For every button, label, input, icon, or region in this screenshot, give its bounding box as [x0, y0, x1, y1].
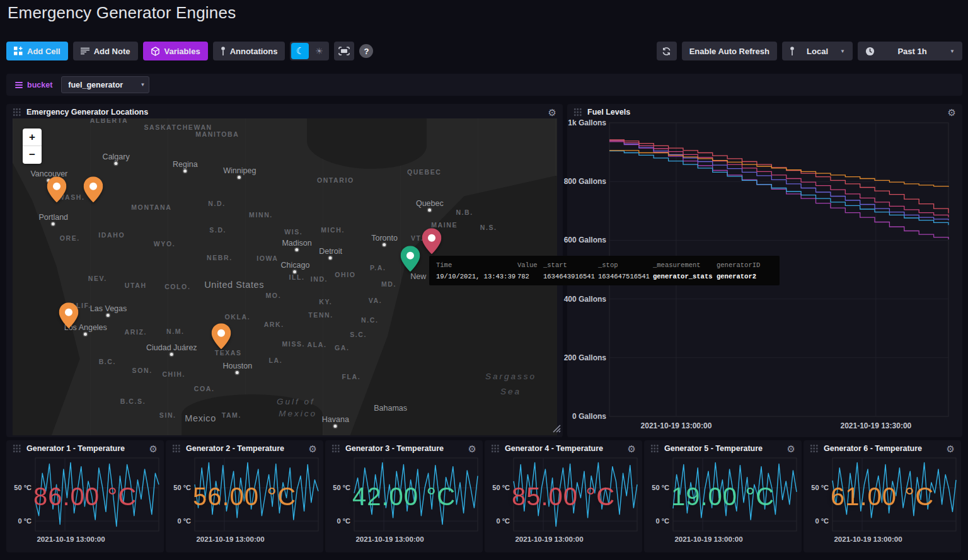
- map-label: ARK.: [264, 321, 284, 328]
- map-marker-generator5[interactable]: [59, 302, 78, 331]
- light-mode-button[interactable]: ☀: [310, 43, 328, 59]
- map-label: Regina: [173, 160, 198, 169]
- drag-handle-icon[interactable]: [13, 444, 21, 453]
- drag-handle-icon[interactable]: [810, 444, 818, 453]
- map-marker-generator4[interactable]: [83, 176, 103, 205]
- map-label: TAM.: [222, 411, 241, 419]
- generator-panel-title: Generator 3 - Temperature: [345, 444, 444, 453]
- sun-icon: ☀: [315, 46, 323, 56]
- tooltip-value: 782: [517, 273, 543, 280]
- toolbar-right: Enable Auto Refresh Local ▼ Past 1h ▼: [657, 42, 962, 60]
- generator-panel-header: Generator 5 - Temperature ⚙: [644, 440, 802, 457]
- fuel-y-tick: 1k Gallons: [550, 118, 606, 127]
- map-panel-title: Emergency Generator Locations: [26, 108, 148, 117]
- timezone-dropdown[interactable]: Local ▼: [782, 42, 853, 60]
- map-label: Las Vegas: [90, 304, 127, 313]
- map-label: Calgary: [103, 152, 130, 161]
- map-label: Quebec: [416, 199, 444, 208]
- generator-panel-header: Generator 6 - Temperature ⚙: [804, 440, 961, 457]
- fuel-x-tick: 2021-10-19 13:00:00: [641, 421, 712, 430]
- map-label: N.D.: [208, 200, 225, 207]
- map-label: S.C.: [350, 331, 367, 338]
- resize-handle[interactable]: [551, 423, 561, 435]
- temperature-y-tick: 50 °C: [485, 484, 510, 491]
- fuel-panel-title: Fuel Levels: [587, 108, 630, 117]
- drag-handle-icon[interactable]: [331, 444, 340, 453]
- tooltip-value: 1634643916541: [543, 273, 598, 280]
- bucket-value-dropdown[interactable]: fuel_generator ▼: [61, 76, 149, 93]
- gear-icon[interactable]: ⚙: [628, 444, 636, 454]
- x-axis-label: 2021-10-19 13:00:00: [355, 535, 424, 543]
- drag-handle-icon[interactable]: [491, 444, 499, 453]
- map-label: Houston: [223, 362, 253, 370]
- map-label: OHIO: [335, 271, 355, 278]
- gear-icon[interactable]: ⚙: [468, 444, 476, 454]
- tooltip-header: _start: [543, 261, 598, 269]
- tooltip-value: generator2: [717, 273, 773, 280]
- temperature-y-tick: 0 °C: [166, 517, 191, 525]
- temperature-y-tick: 50 °C: [804, 484, 829, 491]
- fuel-y-tick: 800 Gallons: [550, 177, 606, 186]
- temperature-stat-value: 61.00 °C: [831, 483, 934, 511]
- toolbar: Add Cell Add Note Variables Annotations …: [6, 42, 962, 60]
- theme-toggle: ☾ ☀: [290, 42, 329, 60]
- temperature-y-tick: 50 °C: [325, 484, 350, 491]
- page-title: Emergency Generator Engines: [8, 3, 236, 23]
- map-zoom-control: + −: [23, 129, 42, 164]
- map-label: ILL.: [289, 273, 304, 281]
- map-label: N.B.: [456, 209, 473, 216]
- drag-handle-icon[interactable]: [13, 108, 21, 117]
- chevron-down-icon: ▼: [950, 49, 955, 54]
- presentation-mode-button[interactable]: [334, 42, 354, 60]
- help-button[interactable]: ?: [359, 44, 373, 58]
- map-label: S.D.: [209, 226, 226, 234]
- drag-handle-icon[interactable]: [172, 444, 180, 453]
- gear-icon[interactable]: ⚙: [149, 444, 158, 454]
- add-cell-label: Add Cell: [27, 47, 60, 56]
- map-label: ALBERTA: [90, 118, 129, 124]
- map-label: NEBR.: [207, 254, 233, 261]
- temperature-y-tick: 0 °C: [485, 517, 510, 525]
- sea-shape: [307, 118, 427, 169]
- drag-handle-icon[interactable]: [573, 108, 582, 117]
- map-label: Bahamas: [374, 404, 407, 413]
- add-note-button[interactable]: Add Note: [73, 42, 138, 60]
- map-marker-generator6[interactable]: [211, 323, 231, 351]
- bucket-variable-label[interactable]: bucket: [15, 81, 52, 89]
- map-label: NEV.: [88, 275, 107, 282]
- temperature-y-tick: 0 °C: [644, 517, 669, 525]
- temperature-y-tick: 50 °C: [6, 484, 32, 491]
- refresh-button[interactable]: [657, 42, 677, 60]
- add-cell-button[interactable]: Add Cell: [6, 42, 68, 60]
- gear-icon[interactable]: ⚙: [948, 108, 956, 117]
- enable-auto-refresh-button[interactable]: Enable Auto Refresh: [682, 42, 777, 60]
- zoom-out-button[interactable]: −: [23, 146, 42, 164]
- map-label: LA.: [268, 357, 282, 364]
- gear-icon[interactable]: ⚙: [787, 444, 795, 454]
- gear-icon[interactable]: ⚙: [309, 444, 317, 454]
- temperature-stat-value: 19.00 °C: [671, 483, 775, 511]
- drag-handle-icon[interactable]: [650, 444, 659, 453]
- gear-icon[interactable]: ⚙: [947, 444, 955, 454]
- variables-button[interactable]: Variables: [143, 42, 208, 60]
- annotations-button[interactable]: Annotations: [213, 42, 285, 60]
- help-label: ?: [364, 47, 369, 56]
- map-marker-generator1[interactable]: [47, 176, 66, 205]
- tooltip-header: _measurement: [653, 261, 717, 269]
- time-range-value: Past 1h: [897, 47, 926, 56]
- tooltip-header: Time: [436, 261, 517, 269]
- map-label: MONTANA: [131, 203, 171, 211]
- map-label: VA.: [369, 297, 383, 304]
- dark-mode-button[interactable]: ☾: [291, 43, 309, 59]
- add-note-label: Add Note: [94, 47, 130, 56]
- map-label: MAINE: [431, 221, 458, 229]
- gear-icon[interactable]: ⚙: [548, 108, 556, 117]
- map-marker-generator3[interactable]: [400, 246, 420, 274]
- generator-panel-header: Generator 2 - Temperature ⚙: [166, 440, 323, 457]
- zoom-in-button[interactable]: +: [23, 129, 42, 146]
- map-marker-generator2[interactable]: [422, 228, 442, 256]
- time-range-dropdown[interactable]: Past 1h ▼: [858, 42, 962, 60]
- generator-temperature-panel: Generator 6 - Temperature ⚙ 61.00 °C 202…: [804, 440, 961, 552]
- map-label: Chicago: [280, 261, 309, 270]
- map-label: IND.: [311, 275, 328, 283]
